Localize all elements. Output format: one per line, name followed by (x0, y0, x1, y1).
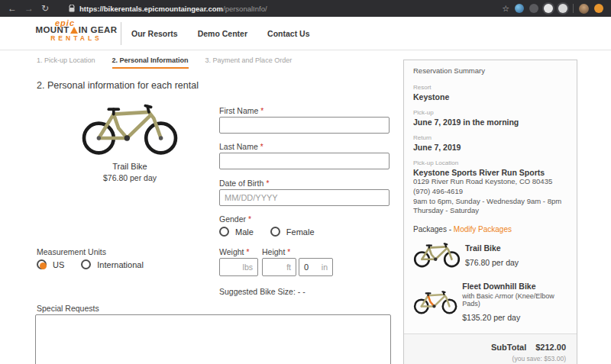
required-asterisk: * (247, 248, 250, 256)
height-in-unit: in (322, 263, 328, 272)
male-label: Male (235, 227, 254, 237)
female-label: Female (286, 227, 315, 237)
subtotal-row: SubTotal$212.00 (415, 343, 566, 352)
reservation-summary: Reservation Summary Resort Keystone Pick… (403, 60, 577, 364)
nav-our-resorts[interactable]: Our Resorts (131, 29, 178, 38)
extension-icon-3[interactable] (544, 4, 553, 13)
height-ft-unit: ft (286, 263, 291, 272)
pickup-location-name: Keystone Sports River Run Sports (413, 168, 567, 177)
url-path: /personalInfo/ (223, 5, 267, 13)
summary-footer: SubTotal$212.00 (you save: $53.00) Check… (404, 333, 577, 364)
extension-icon-4[interactable] (558, 4, 567, 13)
last-name-input[interactable] (219, 153, 390, 169)
package-price: $135.20 per day (462, 313, 567, 322)
lock-icon (69, 5, 75, 12)
required-asterisk: * (248, 215, 251, 224)
female-radio[interactable] (270, 227, 280, 237)
required-asterisk: * (287, 248, 290, 256)
resort-field: Resort Keystone (413, 84, 567, 101)
measurement-units-group: US International (37, 259, 154, 269)
height-in-input[interactable]: in (299, 258, 333, 276)
step-personal-information[interactable]: 2. Personal Information (112, 56, 189, 69)
package-subtitle: with Basic Armor (Knee/Elbow Pads) (462, 292, 567, 308)
step-pickup-location[interactable]: 1. Pick-up Location (37, 56, 95, 69)
international-label: International (97, 260, 144, 269)
rental-bike-card: Trail Bike $76.80 per day (73, 101, 187, 182)
package-price: $76.80 per day (465, 258, 519, 267)
return-field: Return June 7, 2019 (413, 134, 567, 152)
forward-icon[interactable]: → (24, 0, 34, 17)
male-radio[interactable] (219, 227, 229, 237)
step-payment[interactable]: 3. Payment and Place Order (205, 56, 293, 69)
bike-price: $76.80 per day (73, 173, 187, 182)
address-bar[interactable]: https://bikerentals.epicmountaingear.com… (69, 5, 267, 13)
nav-demo-center[interactable]: Demo Center (198, 29, 247, 38)
measurement-units-label: Measurement Units (37, 247, 106, 256)
bike-name: Trail Bike (73, 162, 187, 171)
package-name: Fleet Downhill Bike (462, 282, 567, 291)
site-logo[interactable]: epic MOUNTIN GEAR RENTALS (34, 18, 119, 42)
weight-input[interactable]: lbs (219, 258, 258, 276)
height-ft-value-input[interactable] (267, 263, 286, 272)
savings-note: (you save: $53.00) (415, 355, 566, 362)
weight-unit: lbs (243, 263, 253, 272)
logo-rentals-text: RENTALS (34, 34, 119, 42)
special-requests-label: Special Requests (37, 304, 99, 313)
required-asterisk: * (260, 143, 263, 151)
return-label: Return (413, 134, 567, 141)
pickup-label: Pick-up (413, 109, 567, 116)
resort-label: Resort (413, 84, 567, 91)
account-icon[interactable] (594, 4, 603, 13)
pickup-location-address: 0129 River Run Road Keystone, CO 80435 (413, 177, 567, 187)
gender-group: Male Female (219, 227, 325, 237)
dob-input[interactable] (219, 189, 390, 206)
packages-header: Packages - Modify Packages (413, 225, 567, 234)
back-icon[interactable]: ← (8, 0, 17, 17)
trail-bike-image (78, 101, 182, 156)
us-radio[interactable] (37, 259, 47, 269)
subtotal-value: $212.00 (535, 343, 566, 352)
package-item-fleet-downhill: Fleet Downhill Bike with Basic Armor (Kn… (413, 275, 567, 327)
header-divider (121, 22, 121, 45)
site-header: epic MOUNTIN GEAR RENTALS Our Resorts De… (0, 17, 611, 50)
nav-contact-us[interactable]: Contact Us (267, 29, 309, 38)
first-name-label: First Name* (219, 106, 263, 115)
subtotal-label: SubTotal (491, 343, 526, 352)
summary-title: Reservation Summary (413, 66, 567, 75)
pickup-location-field: Pick-up Location Keystone Sports River R… (413, 159, 567, 216)
modify-packages-link[interactable]: Modify Packages (454, 225, 512, 234)
gender-label: Gender* (219, 214, 251, 224)
package-name: Trail Bike (465, 243, 519, 253)
trail-bike-thumbnail (413, 240, 461, 269)
pickup-location-hours: 9am to 6pm, Sunday - Wednesday 9am - 8pm… (413, 197, 567, 217)
refresh-icon[interactable]: ↻ (41, 0, 49, 17)
separator (573, 4, 574, 13)
special-requests-textarea[interactable] (35, 314, 391, 364)
pickup-value: June 7, 2019 in the morning (413, 118, 567, 127)
package-item-trail-bike: Trail Bike $76.80 per day (413, 234, 567, 275)
browser-bar: ← → ↻ https://bikerentals.epicmountainge… (0, 0, 611, 17)
logo-name: MOUNTIN GEAR (34, 25, 119, 34)
checkout-steps: 1. Pick-up Location 2. Personal Informat… (37, 56, 292, 69)
height-label: Height* (262, 247, 290, 256)
pickup-location-label: Pick-up Location (413, 159, 567, 166)
required-asterisk: * (266, 179, 269, 188)
first-name-input[interactable] (219, 117, 390, 134)
main-nav: Our Resorts Demo Center Contact Us (131, 17, 309, 50)
return-value: June 7, 2019 (413, 143, 567, 152)
page-title: 2. Personal information for each rental (37, 80, 199, 91)
bookmark-star-icon[interactable]: ☆ (502, 4, 509, 14)
weight-value-input[interactable] (225, 263, 243, 272)
pickup-location-phone: (970) 496-4619 (413, 187, 567, 197)
packages-label: Packages - (413, 225, 451, 234)
mountain-icon (70, 27, 78, 34)
extension-icon-2[interactable] (529, 4, 538, 13)
international-radio[interactable] (81, 259, 91, 269)
height-ft-input[interactable]: ft (262, 258, 296, 276)
url-host: https://bikerentals.epicmountaingear.com (79, 5, 223, 13)
dob-label: Date of Birth* (219, 179, 269, 188)
height-in-value-input[interactable] (304, 263, 322, 272)
extension-icon-1[interactable] (515, 4, 524, 13)
profile-avatar[interactable] (579, 4, 589, 14)
resort-value: Keystone (413, 92, 567, 101)
